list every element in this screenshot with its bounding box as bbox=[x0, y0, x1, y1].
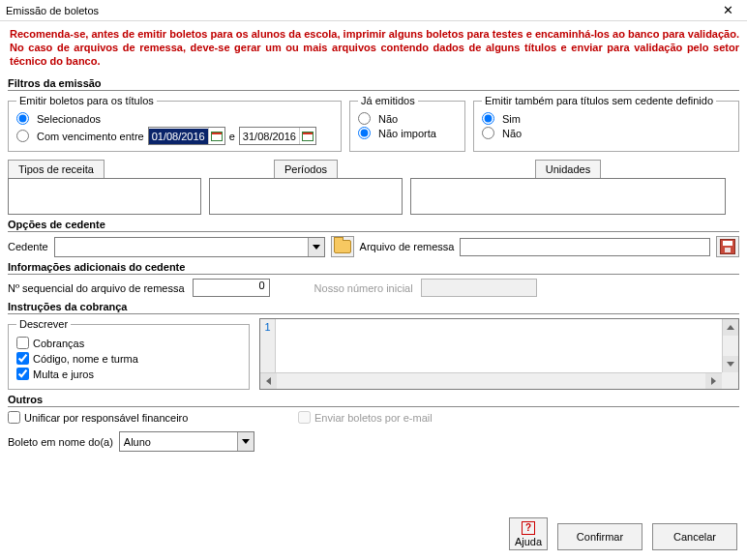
arquivo-label: Arquivo de remessa bbox=[360, 241, 455, 252]
date-from-input[interactable]: 01/08/2016 bbox=[148, 127, 225, 145]
footer-buttons: ? Ajuda Confirmar Cancelar bbox=[509, 517, 737, 550]
help-button[interactable]: ? Ajuda bbox=[509, 517, 548, 550]
calendar-icon[interactable] bbox=[208, 128, 224, 144]
radio-sim[interactable] bbox=[482, 112, 494, 125]
date-to-input[interactable]: 31/08/2016 bbox=[239, 127, 316, 145]
tab-unidades-group: Unidades bbox=[410, 160, 726, 215]
label-sc-nao: Não bbox=[502, 128, 522, 139]
calendar-icon[interactable] bbox=[299, 128, 315, 144]
list-tipos-receita[interactable] bbox=[8, 178, 201, 215]
tab-tipos-receita[interactable]: Tipos de receita bbox=[8, 160, 105, 178]
scroll-right-icon[interactable] bbox=[705, 373, 722, 389]
radio-selecionados[interactable] bbox=[16, 112, 29, 125]
arquivo-save-button[interactable] bbox=[716, 236, 739, 257]
scroll-down-icon[interactable] bbox=[723, 356, 738, 372]
confirm-button[interactable]: Confirmar bbox=[557, 523, 642, 550]
arquivo-remessa-input[interactable] bbox=[460, 238, 710, 256]
content-area: Recomenda-se, antes de emitir boletos pa… bbox=[0, 21, 747, 459]
legend-sem-cedente: Emitir também para títulos sem cedente d… bbox=[482, 95, 716, 106]
boleto-nome-label: Boleto em nome do(a) bbox=[8, 436, 113, 448]
label-sim: Sim bbox=[502, 113, 521, 125]
help-icon: ? bbox=[522, 521, 535, 535]
date-to-text: 31/08/2016 bbox=[240, 129, 299, 144]
list-unidades[interactable] bbox=[410, 178, 726, 215]
seq-input[interactable]: 0 bbox=[193, 279, 270, 297]
fieldset-emitir-titulos: Emitir boletos para os títulos Seleciona… bbox=[8, 95, 342, 152]
cedente-open-button[interactable] bbox=[331, 236, 354, 257]
info-header: Informações adicionais do cedente bbox=[8, 261, 739, 275]
radio-sc-nao[interactable] bbox=[482, 127, 494, 139]
radio-nao-importa[interactable] bbox=[358, 127, 371, 139]
cedente-label: Cedente bbox=[8, 241, 48, 252]
label-codigo: Código, nome e turma bbox=[33, 353, 138, 365]
memo-instrucoes[interactable]: 1 bbox=[259, 318, 739, 390]
instrucoes-header: Instruções da cobrança bbox=[8, 301, 739, 314]
label-multa: Multa e juros bbox=[33, 368, 94, 380]
label-cobrancas: Cobranças bbox=[33, 338, 84, 349]
cedente-combo[interactable] bbox=[54, 237, 325, 257]
tab-periodos-group: Períodos bbox=[209, 160, 403, 215]
chevron-down-icon bbox=[308, 238, 324, 256]
save-icon bbox=[720, 239, 735, 254]
legend-ja-emitidos: Já emitidos bbox=[358, 95, 418, 106]
scroll-left-icon[interactable] bbox=[260, 373, 277, 389]
cancel-button[interactable]: Cancelar bbox=[652, 523, 737, 550]
radio-nao[interactable] bbox=[358, 112, 371, 125]
horizontal-scrollbar[interactable] bbox=[260, 372, 722, 389]
date-separator: e bbox=[229, 131, 235, 142]
label-vencimento: Com vencimento entre bbox=[37, 131, 144, 142]
seq-label: Nº sequencial do arquivo de remessa bbox=[8, 282, 185, 294]
vertical-scrollbar[interactable] bbox=[722, 319, 738, 372]
warning-text: Recomenda-se, antes de emitir boletos pa… bbox=[8, 25, 739, 74]
close-button[interactable]: ✕ bbox=[712, 1, 743, 20]
window-title: Emissão de boletos bbox=[6, 5, 99, 16]
chk-unificar[interactable] bbox=[8, 411, 20, 424]
fieldset-sem-cedente: Emitir também para títulos sem cedente d… bbox=[473, 95, 739, 152]
scroll-corner bbox=[722, 372, 738, 389]
tab-unidades[interactable]: Unidades bbox=[535, 160, 601, 178]
list-periodos[interactable] bbox=[209, 178, 403, 215]
nossonum-label: Nosso número inicial bbox=[314, 282, 413, 294]
boleto-nome-combo[interactable]: Aluno bbox=[119, 431, 254, 452]
scroll-up-icon[interactable] bbox=[723, 319, 738, 336]
fieldset-descrever: Descrever Cobranças Código, nome e turma… bbox=[8, 318, 250, 390]
fieldset-ja-emitidos: Já emitidos Não Não importa bbox=[349, 95, 465, 152]
chk-multa[interactable] bbox=[16, 368, 29, 380]
date-from-text: 01/08/2016 bbox=[149, 129, 208, 144]
legend-titulos: Emitir boletos para os títulos bbox=[16, 95, 157, 106]
chk-enviar bbox=[298, 411, 311, 424]
titlebar: Emissão de boletos ✕ bbox=[0, 0, 747, 21]
tab-periodos[interactable]: Períodos bbox=[274, 160, 338, 178]
radio-vencimento[interactable] bbox=[16, 130, 29, 142]
help-label: Ajuda bbox=[515, 536, 542, 547]
label-nao: Não bbox=[378, 113, 398, 125]
filters-header: Filtros da emissão bbox=[8, 77, 739, 91]
outros-header: Outros bbox=[8, 394, 739, 407]
folder-icon bbox=[334, 240, 351, 253]
nossonum-input bbox=[421, 279, 537, 297]
label-enviar: Enviar boletos por e-mail bbox=[314, 412, 433, 424]
cedente-header: Opções de cedente bbox=[8, 219, 739, 232]
chk-codigo[interactable] bbox=[16, 352, 29, 365]
close-icon: ✕ bbox=[723, 3, 733, 17]
label-unificar: Unificar por responsável financeiro bbox=[24, 412, 188, 424]
legend-descrever: Descrever bbox=[16, 318, 71, 330]
memo-gutter: 1 bbox=[260, 319, 276, 372]
chevron-down-icon bbox=[237, 432, 254, 451]
label-nao-importa: Não importa bbox=[378, 128, 436, 139]
boleto-nome-value: Aluno bbox=[120, 436, 237, 448]
label-selecionados: Selecionados bbox=[37, 113, 101, 125]
tab-tipos-receita-group: Tipos de receita bbox=[8, 160, 201, 215]
chk-cobrancas[interactable] bbox=[16, 337, 29, 349]
